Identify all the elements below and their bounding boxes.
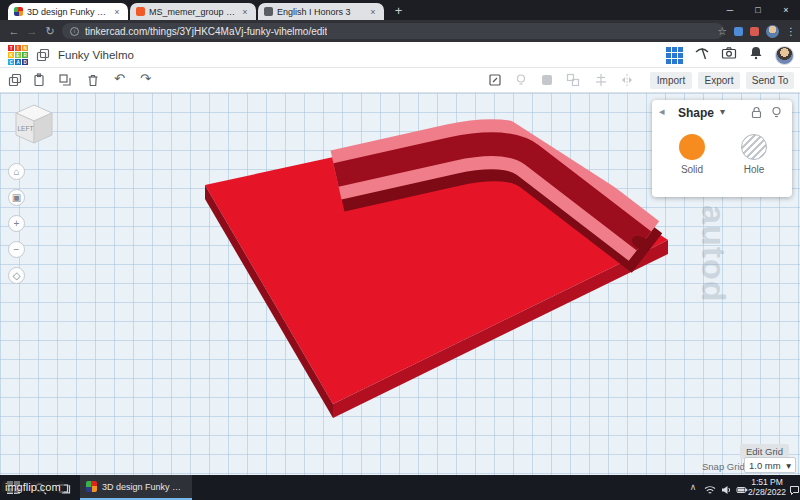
- bell-icon[interactable]: [748, 45, 764, 65]
- tab-title: English I Honors 3: [277, 7, 364, 17]
- home-view-button[interactable]: ⌂: [8, 163, 25, 180]
- solid-swatch[interactable]: [679, 134, 705, 160]
- copy-design-icon[interactable]: [36, 48, 50, 66]
- delete-icon[interactable]: [86, 73, 102, 89]
- browser-tab-tinkercad[interactable]: 3D design Funky Vihelmo | Tin... ×: [8, 3, 128, 20]
- user-avatar[interactable]: [775, 46, 794, 65]
- logo-tile: T: [8, 45, 14, 51]
- browser-menu-icon[interactable]: ⋮: [786, 26, 796, 37]
- tinkercad-favicon: [86, 481, 97, 492]
- header-actions: [666, 42, 794, 68]
- class-favicon: [264, 7, 273, 16]
- imgflip-favicon: [136, 7, 145, 16]
- back-icon[interactable]: ←: [6, 20, 22, 42]
- logo-tile: N: [22, 45, 28, 51]
- design-title[interactable]: Funky Vihelmo: [58, 49, 134, 61]
- shape-panel-title[interactable]: Shape: [678, 106, 714, 120]
- browser-profile-avatar[interactable]: [766, 25, 779, 38]
- bookmark-icon[interactable]: ☆: [717, 25, 727, 38]
- chevron-down-icon[interactable]: ▾: [720, 106, 725, 117]
- imgflip-watermark: imgflip.com: [2, 481, 64, 493]
- taskbar-clock[interactable]: 1:51 PM 2/28/2022: [746, 478, 788, 497]
- group-icon[interactable]: [540, 73, 556, 89]
- taskbar-active-app[interactable]: 3D design Funky Vi...: [80, 475, 192, 500]
- tab-close-icon[interactable]: ×: [368, 7, 378, 17]
- new-tab-button[interactable]: +: [390, 3, 407, 20]
- hole-swatch[interactable]: [741, 134, 767, 160]
- send-to-button[interactable]: Send To: [746, 72, 794, 89]
- clock-date: 2/28/2022: [746, 488, 788, 498]
- view-cube[interactable]: LEFT: [10, 101, 58, 149]
- tab-title: 3D design Funky Vihelmo | Tin...: [27, 7, 108, 17]
- redo-icon[interactable]: ↷: [140, 71, 151, 86]
- hole-label: Hole: [728, 164, 780, 175]
- extension-icon[interactable]: [750, 27, 759, 36]
- solid-option[interactable]: Solid: [666, 134, 718, 175]
- tinkercad-logo[interactable]: T I N K E R C A D: [8, 45, 28, 65]
- visibility-bulb-icon[interactable]: [769, 105, 784, 124]
- address-bar[interactable]: i tinkercad.com/things/3YjHKC4MaVj-funky…: [62, 23, 724, 39]
- align-icon[interactable]: [594, 73, 610, 89]
- perspective-toggle-button[interactable]: ◇: [8, 267, 25, 284]
- notes-icon[interactable]: [488, 73, 504, 89]
- extension-icon[interactable]: [734, 27, 743, 36]
- logo-tile: D: [22, 59, 28, 65]
- camera-icon[interactable]: [721, 45, 737, 65]
- tinkercad-header: T I N K E R C A D Funky Vihelmo: [0, 42, 800, 68]
- browser-tab-strip: 3D design Funky Vihelmo | Tin... × MS_me…: [0, 0, 800, 20]
- ungroup-icon[interactable]: [566, 73, 582, 89]
- browser-address-row: ← → ↻ i tinkercad.com/things/3YjHKC4MaVj…: [0, 20, 800, 42]
- workplane-light-icon[interactable]: [514, 73, 530, 89]
- logo-tile: I: [15, 45, 21, 51]
- tinkercad-favicon: [14, 7, 23, 16]
- logo-tile: E: [15, 52, 21, 58]
- editor-toolbar: ↶ ↷ Import Export Send To: [0, 68, 800, 93]
- taskbar-app-title: 3D design Funky Vi...: [102, 482, 186, 492]
- screen: 3D design Funky Vihelmo | Tin... × MS_me…: [0, 0, 800, 500]
- shape-panel: ◂ Shape ▾ Solid Hole: [652, 100, 792, 197]
- snap-grid-value: 1.0 mm: [749, 460, 781, 471]
- logo-tile: R: [22, 52, 28, 58]
- 3d-viewport[interactable]: LEFT ⌂ ▣ + − ◇ autod ◂ Shape ▾ Solid: [0, 93, 800, 475]
- tray-expand-icon[interactable]: ∧: [686, 475, 700, 500]
- url-text[interactable]: tinkercad.com/things/3YjHKC4MaVj-funky-v…: [85, 26, 327, 37]
- view-cube-label: LEFT: [18, 125, 34, 132]
- import-button[interactable]: Import: [650, 72, 692, 89]
- logo-tile: C: [8, 59, 14, 65]
- fit-view-button[interactable]: ▣: [8, 189, 25, 206]
- panel-collapse-icon[interactable]: ◂: [659, 105, 665, 118]
- logo-tile: A: [15, 59, 21, 65]
- mirror-icon[interactable]: [620, 73, 636, 89]
- browser-actions: ☆ ⋮: [717, 20, 796, 42]
- zoom-in-button[interactable]: +: [8, 215, 25, 232]
- logo-tile: K: [8, 52, 14, 58]
- lock-icon[interactable]: [749, 105, 764, 124]
- wifi-icon[interactable]: [704, 482, 716, 494]
- undo-icon[interactable]: ↶: [114, 71, 125, 86]
- maximize-button[interactable]: □: [744, 0, 772, 20]
- action-center-icon[interactable]: [789, 482, 800, 493]
- window-controls: ─ □ ×: [716, 0, 800, 20]
- tab-title: MS_memer_group Memes & GIF...: [149, 7, 236, 17]
- tab-close-icon[interactable]: ×: [240, 7, 250, 17]
- tab-close-icon[interactable]: ×: [112, 7, 122, 17]
- hole-option[interactable]: Hole: [728, 134, 780, 175]
- volume-icon[interactable]: [720, 482, 732, 494]
- copy-icon[interactable]: [8, 73, 24, 89]
- export-button[interactable]: Export: [698, 72, 740, 89]
- site-info-icon[interactable]: i: [70, 27, 79, 36]
- apps-grid-icon[interactable]: [666, 47, 683, 64]
- paste-icon[interactable]: [32, 73, 48, 89]
- zoom-out-button[interactable]: −: [8, 241, 25, 258]
- pickaxe-icon[interactable]: [694, 45, 710, 65]
- forward-icon[interactable]: →: [24, 20, 40, 42]
- refresh-icon[interactable]: ↻: [42, 20, 58, 42]
- solid-label: Solid: [666, 164, 718, 175]
- snap-grid-dropdown[interactable]: 1.0 mm ▾: [744, 457, 796, 473]
- browser-tab-english[interactable]: English I Honors 3 ×: [258, 3, 384, 20]
- minimize-button[interactable]: ─: [716, 0, 744, 20]
- browser-tab-memes[interactable]: MS_memer_group Memes & GIF... ×: [130, 3, 256, 20]
- duplicate-icon[interactable]: [58, 73, 74, 89]
- windows-taskbar: 3D design Funky Vi... ∧ 1:51 PM 2/28/202…: [0, 475, 800, 500]
- close-button[interactable]: ×: [772, 0, 800, 20]
